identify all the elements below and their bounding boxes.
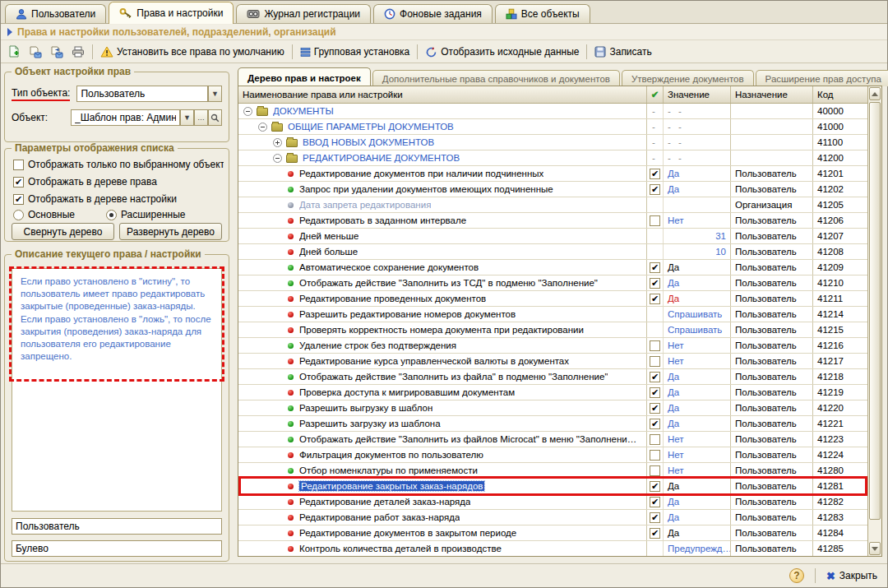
table-row[interactable]: Редактировать в заданном интервалеНетПол… bbox=[238, 213, 867, 229]
tab-rights-tree[interactable]: Дерево прав и настроек bbox=[238, 67, 371, 87]
table-row[interactable]: Отображать действие "Заполнить из файла"… bbox=[238, 369, 867, 385]
value-checkbox-checked[interactable]: ✔ bbox=[650, 169, 660, 179]
table-row[interactable]: ДОКУМЕНТЫ-- -40000 bbox=[238, 104, 867, 119]
cell-value[interactable]: Нет bbox=[664, 213, 731, 228]
tab-all-objects[interactable]: Все объекты bbox=[495, 4, 590, 23]
cell-value[interactable]: - - bbox=[664, 104, 731, 118]
scroll-thumb[interactable] bbox=[869, 102, 881, 520]
tab-users[interactable]: Пользователи bbox=[5, 4, 106, 23]
value-checkbox-checked[interactable]: ✔ bbox=[650, 419, 660, 429]
value-checkbox-unchecked[interactable] bbox=[650, 340, 660, 351]
set-default-rights-button[interactable]: Установить все права по умолчанию bbox=[96, 43, 289, 61]
table-row[interactable]: Отбор номенклатуры по применяемостиНетПо… bbox=[238, 463, 867, 479]
value-checkbox-checked[interactable]: ✔ bbox=[650, 512, 660, 523]
table-row[interactable]: Редактирование проведенных документов✔Да… bbox=[238, 291, 867, 307]
cell-value[interactable]: Да bbox=[664, 182, 731, 197]
cell-value[interactable]: Спрашивать bbox=[664, 307, 731, 322]
object-type-dropdown-icon[interactable]: ▼ bbox=[208, 86, 222, 102]
value-checkbox-checked[interactable]: ✔ bbox=[650, 262, 660, 273]
column-header-check-icon[interactable]: ✔ bbox=[647, 86, 664, 103]
value-checkbox-checked[interactable]: ✔ bbox=[650, 278, 660, 289]
cell-value[interactable] bbox=[664, 197, 731, 212]
basic-radio[interactable] bbox=[13, 210, 24, 220]
cell-value[interactable]: - - bbox=[664, 150, 731, 165]
value-checkbox-checked[interactable]: ✔ bbox=[650, 528, 660, 539]
cell-value[interactable]: Да bbox=[664, 369, 731, 384]
cell-value[interactable]: Да bbox=[664, 416, 731, 431]
table-row[interactable]: ВВОД НОВЫХ ДОКУМЕНТОВ-- -41100 bbox=[238, 135, 867, 150]
table-row[interactable]: Контроль количества деталей в производст… bbox=[238, 541, 867, 556]
table-row[interactable]: Отображать действие "Заполнить из ТСД" в… bbox=[238, 275, 867, 291]
value-checkbox-checked[interactable]: ✔ bbox=[650, 481, 660, 492]
new-document-button[interactable] bbox=[4, 43, 25, 61]
cell-value[interactable]: Да bbox=[664, 275, 731, 290]
table-row[interactable]: Разрешить загрузку из шаблона✔ДаПользова… bbox=[238, 416, 867, 432]
table-row[interactable]: РЕДАКТИРОВАНИЕ ДОКУМЕНТОВ-- -41200 bbox=[238, 150, 867, 166]
vertical-scrollbar[interactable] bbox=[867, 86, 881, 556]
cell-value[interactable]: Нет bbox=[664, 432, 731, 447]
table-row[interactable]: Редактирование документов при наличии по… bbox=[238, 166, 867, 182]
cell-value[interactable]: Да bbox=[664, 400, 731, 415]
object-type-select[interactable]: Пользователь bbox=[76, 86, 208, 102]
table-row[interactable]: Запрос при удалении документов имеющих п… bbox=[238, 182, 867, 197]
copy-to-button[interactable] bbox=[25, 43, 46, 61]
table-row[interactable]: Редактирование работ заказ-наряда✔ДаПоль… bbox=[238, 510, 867, 525]
table-row[interactable]: Удаление строк без подтвержденияНетПольз… bbox=[238, 338, 867, 354]
copy-from-button[interactable] bbox=[46, 43, 67, 61]
collapse-icon[interactable] bbox=[258, 123, 267, 132]
object-browse-button[interactable]: … bbox=[194, 109, 208, 126]
cell-value[interactable]: Да bbox=[664, 494, 731, 509]
object-search-button[interactable] bbox=[208, 109, 222, 126]
cell-value[interactable]: Нет bbox=[664, 463, 731, 478]
value-type-field[interactable]: Булево bbox=[12, 540, 222, 557]
table-row[interactable]: Автоматическое сохранение документов✔ДаП… bbox=[238, 260, 867, 275]
cell-value[interactable]: Да bbox=[664, 510, 731, 525]
table-row[interactable]: Отображать действие "Заполнить из файлов… bbox=[238, 432, 867, 447]
table-row[interactable]: Дней больше10Пользователь41208 bbox=[238, 244, 867, 260]
table-row[interactable]: Разрешить выгрузку в шаблон✔ДаПользовате… bbox=[238, 400, 867, 416]
value-checkbox-unchecked[interactable] bbox=[650, 215, 660, 226]
cell-value[interactable]: Нет bbox=[664, 447, 731, 462]
cell-value[interactable]: 10 bbox=[664, 244, 731, 259]
save-button[interactable]: Записать bbox=[590, 43, 655, 61]
description-text-area[interactable]: Если право установлено в "истину", то по… bbox=[12, 268, 222, 512]
extended-radio[interactable] bbox=[106, 210, 117, 220]
column-header-value[interactable]: Значение bbox=[664, 86, 731, 103]
cell-value[interactable]: Спрашивать bbox=[664, 322, 731, 337]
cell-value[interactable]: Да bbox=[664, 166, 731, 181]
cell-value[interactable]: - - bbox=[664, 135, 731, 150]
checkbox-checked[interactable]: ✔ bbox=[13, 194, 24, 205]
value-checkbox-unchecked[interactable] bbox=[650, 434, 660, 445]
tab-background-jobs[interactable]: Фоновые задания bbox=[373, 4, 493, 23]
tab-access-extension[interactable]: Расширение прав доступа bbox=[756, 70, 888, 86]
collapse-tree-button[interactable]: Свернуть дерево bbox=[12, 223, 114, 240]
table-row[interactable]: ОБЩИЕ ПАРАМЕТРЫ ДОКУМЕНТОВ-- -41000 bbox=[238, 119, 867, 135]
tab-additional-rights[interactable]: Дополнительные права справочников и доку… bbox=[372, 70, 620, 86]
table-row[interactable]: Редактирование закрытых заказ-нарядов✔Да… bbox=[238, 479, 867, 494]
cell-value[interactable]: Да bbox=[664, 260, 731, 275]
group-set-button[interactable]: Групповая установка bbox=[296, 43, 414, 61]
tab-rights-settings[interactable]: Права и настройки bbox=[109, 2, 234, 24]
close-button[interactable]: ✖ Закрыть bbox=[826, 570, 877, 581]
table-row[interactable]: Редактирование деталей заказ-наряда✔ДаПо… bbox=[238, 494, 867, 510]
table-row[interactable]: Редактирование документов в закрытом пер… bbox=[238, 525, 867, 541]
table-row[interactable]: Редактирование курса управленческой валю… bbox=[238, 354, 867, 369]
scroll-up-icon[interactable] bbox=[869, 87, 881, 100]
help-button[interactable]: ? bbox=[789, 568, 804, 583]
cell-value[interactable]: Да bbox=[664, 291, 731, 306]
tab-registration-log[interactable]: Журнал регистрации bbox=[236, 4, 371, 23]
expand-icon[interactable] bbox=[273, 138, 282, 147]
value-checkbox-checked[interactable]: ✔ bbox=[650, 387, 660, 398]
purpose-type-field[interactable]: Пользователь bbox=[12, 518, 222, 535]
cell-value[interactable]: Нет bbox=[664, 354, 731, 368]
table-row[interactable]: Разрешить редактирование номеров докумен… bbox=[238, 307, 867, 322]
cell-value[interactable]: 31 bbox=[664, 229, 731, 243]
value-checkbox-checked[interactable]: ✔ bbox=[650, 372, 660, 382]
object-field[interactable]: _Шаблон прав: Администр bbox=[71, 109, 180, 126]
column-header-purpose[interactable]: Назначение bbox=[731, 86, 813, 103]
expand-tree-button[interactable]: Развернуть дерево bbox=[119, 223, 222, 240]
checkbox-unchecked[interactable] bbox=[13, 160, 24, 170]
print-button[interactable] bbox=[67, 43, 89, 61]
table-row[interactable]: Фильтрация документов по пользователюНет… bbox=[238, 447, 867, 463]
column-header-code[interactable]: Код bbox=[813, 86, 867, 103]
